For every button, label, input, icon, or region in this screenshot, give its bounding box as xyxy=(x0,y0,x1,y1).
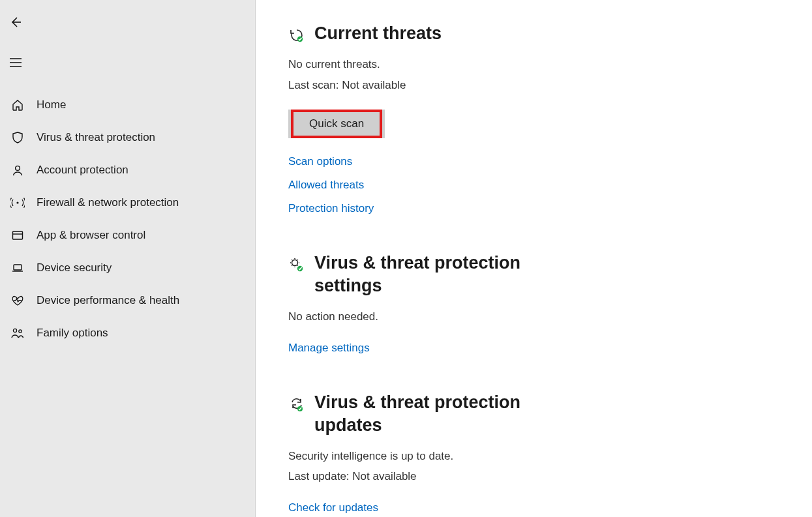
scan-options-link[interactable]: Scan options xyxy=(288,155,779,168)
section-title: Virus & threat protection settings xyxy=(314,252,543,297)
sidebar-item-app-browser[interactable]: App & browser control xyxy=(0,219,255,252)
heart-pulse-icon xyxy=(7,294,29,307)
manage-settings-link[interactable]: Manage settings xyxy=(288,342,779,355)
quick-scan-highlight: Quick scan xyxy=(288,110,385,138)
svg-point-0 xyxy=(16,166,20,171)
laptop-icon xyxy=(7,261,29,274)
updates-status-line1: Security intelligence is up to date. xyxy=(288,446,779,466)
sidebar-item-performance-health[interactable]: Device performance & health xyxy=(0,284,255,317)
threats-status-line2: Last scan: Not available xyxy=(288,75,779,95)
svg-point-4 xyxy=(13,329,16,332)
threats-status-line1: No current threats. xyxy=(288,54,779,74)
protection-history-link[interactable]: Protection history xyxy=(288,202,779,215)
settings-status: No action needed. xyxy=(288,306,779,327)
sidebar-item-label: Account protection xyxy=(29,164,128,177)
back-button[interactable] xyxy=(0,8,31,37)
history-shield-icon xyxy=(288,22,305,43)
shield-icon xyxy=(7,131,29,144)
sidebar-item-label: Virus & threat protection xyxy=(29,131,155,144)
hamburger-icon xyxy=(9,57,22,68)
svg-point-1 xyxy=(16,201,18,203)
sidebar-item-virus-threat[interactable]: Virus & threat protection xyxy=(0,121,255,154)
sidebar-nav: Home Virus & threat protection Account p… xyxy=(0,89,255,349)
main-content: Current threats No current threats. Last… xyxy=(256,0,812,517)
sidebar-item-label: Home xyxy=(29,98,66,111)
svg-rect-2 xyxy=(13,231,23,239)
section-title: Current threats xyxy=(314,22,779,45)
sidebar-item-label: Firewall & network protection xyxy=(29,196,179,209)
sidebar-item-firewall[interactable]: Firewall & network protection xyxy=(0,186,255,219)
svg-point-7 xyxy=(292,259,298,265)
updates-status-line2: Last update: Not available xyxy=(288,466,779,486)
family-icon xyxy=(7,327,29,340)
section-updates: Virus & threat protection updates Securi… xyxy=(288,391,779,514)
gear-check-icon xyxy=(288,252,305,273)
sidebar-item-label: Family options xyxy=(29,327,108,340)
person-icon xyxy=(7,164,29,177)
app-window-icon xyxy=(7,229,29,242)
sidebar: Home Virus & threat protection Account p… xyxy=(0,0,256,517)
home-icon xyxy=(7,98,29,111)
sidebar-item-device-security[interactable]: Device security xyxy=(0,252,255,284)
arrow-left-icon xyxy=(9,16,22,29)
section-current-threats: Current threats No current threats. Last… xyxy=(288,22,779,215)
section-settings: Virus & threat protection settings No ac… xyxy=(288,252,779,355)
sidebar-item-label: Device performance & health xyxy=(29,294,179,307)
svg-rect-3 xyxy=(14,265,22,270)
sidebar-item-label: App & browser control xyxy=(29,229,145,242)
sidebar-top-controls xyxy=(0,5,255,82)
allowed-threats-link[interactable]: Allowed threats xyxy=(288,179,779,192)
section-title: Virus & threat protection updates xyxy=(314,391,543,437)
refresh-check-icon xyxy=(288,391,305,412)
signal-icon xyxy=(7,196,29,209)
sidebar-item-label: Device security xyxy=(29,261,112,274)
sidebar-item-family-options[interactable]: Family options xyxy=(0,317,255,349)
sidebar-item-home[interactable]: Home xyxy=(0,89,255,121)
quick-scan-button[interactable]: Quick scan xyxy=(291,110,382,138)
svg-point-5 xyxy=(19,330,22,332)
sidebar-item-account-protection[interactable]: Account protection xyxy=(0,154,255,186)
hamburger-button[interactable] xyxy=(0,48,31,77)
check-updates-link[interactable]: Check for updates xyxy=(288,501,779,514)
